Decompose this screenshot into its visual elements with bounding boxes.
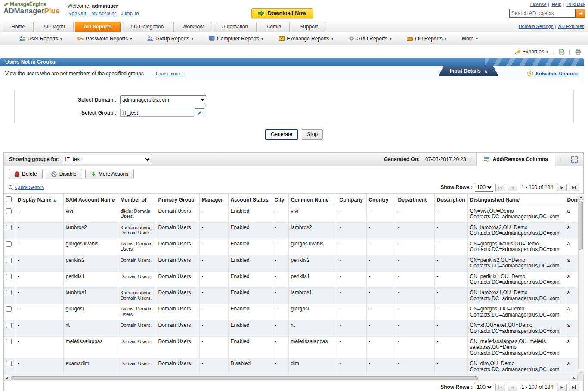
cell-city: - (272, 304, 288, 320)
domain-select[interactable]: admanagerplus.com (120, 95, 206, 104)
menu-computer-reports[interactable]: Computer Reports▾ (209, 36, 263, 42)
menu-password-reports[interactable]: Password Reports▾ (77, 36, 132, 42)
row-checkbox[interactable] (6, 241, 12, 247)
menu-gpo-reports[interactable]: GPO Reports▾ (349, 36, 392, 42)
next-page-button[interactable]: ▶ (557, 384, 567, 391)
tab-ad-mgmt[interactable]: AD Mgmt (35, 22, 74, 32)
column-header-account-status[interactable]: Account Status (228, 194, 272, 206)
chevron-down-icon: ▾ (192, 37, 194, 41)
search-go-button[interactable] (576, 9, 585, 18)
print-button[interactable] (575, 49, 581, 55)
help-link[interactable]: Help (552, 2, 562, 7)
row-checkbox[interactable] (6, 306, 12, 312)
prev-page-button[interactable]: ◀ (508, 384, 517, 391)
generate-button[interactable]: Generate (265, 129, 298, 140)
column-header-primary-group[interactable]: Primary Group (156, 194, 199, 206)
tab-automation[interactable]: Automation (214, 22, 257, 32)
delete-button[interactable]: Delete (9, 169, 43, 179)
input-details-toggle[interactable]: Input Details∧ (439, 66, 498, 76)
column-header-member-of[interactable]: Member of (118, 194, 156, 206)
column-header-display-name[interactable]: Display Name▲ (15, 194, 63, 206)
learn-more-link[interactable]: Learn more... (156, 71, 184, 76)
cell-distinguished-name: CN=periklis2,OU=Demo Contacts,DC=admanag… (467, 255, 565, 271)
row-checkbox[interactable] (6, 208, 12, 214)
edit-group-button[interactable] (195, 108, 204, 117)
show-rows-select-bottom[interactable]: 100 (475, 383, 493, 391)
menu-exchange-reports[interactable]: Exchange Reports▾ (279, 36, 333, 42)
group-input[interactable] (120, 109, 194, 117)
row-checkbox[interactable] (6, 274, 12, 279)
tab-ad-delegation[interactable]: AD Delegation (122, 22, 172, 32)
more-actions-button[interactable]: More Actions (85, 169, 134, 179)
horizontal-scrollbar[interactable]: ◀ ▶ (4, 375, 583, 381)
tab-workflow[interactable]: Workflow (173, 22, 212, 32)
report-document-button[interactable] (559, 49, 564, 55)
table-row: - giorgosl livanis; Domain Users. Domain… (4, 304, 578, 320)
domain-settings-link[interactable]: Domain Settings (519, 24, 554, 29)
prev-page-button[interactable]: ◀ (508, 184, 517, 191)
scroll-down-button[interactable]: ▼ (578, 369, 584, 375)
add-remove-columns-button[interactable]: Add/Remove Columns (476, 153, 555, 166)
scroll-left-button[interactable]: ◀ (4, 375, 10, 381)
column-header-domain[interactable]: Dom (565, 194, 578, 206)
license-link[interactable]: License (530, 2, 547, 7)
ad-explorer-link[interactable]: AD Explorer (558, 24, 584, 29)
column-header-sam-account-name[interactable]: SAM Account Name (63, 194, 118, 206)
my-account-link[interactable]: My Account (91, 11, 116, 16)
menu-more[interactable]: More▾ (462, 36, 478, 42)
menu-ou-reports[interactable]: OU Reports▾ (407, 36, 446, 42)
row-checkbox[interactable] (6, 323, 12, 328)
tab-home[interactable]: Home (3, 22, 34, 32)
talkback-link[interactable]: TalkBack (566, 2, 585, 7)
row-checkbox[interactable] (6, 339, 12, 344)
tab-admin[interactable]: Admin (258, 22, 290, 32)
column-header-company[interactable]: Company (337, 194, 366, 206)
first-page-button[interactable]: ◀ (495, 184, 505, 191)
app-logo[interactable]: ManageEngine ADManagerPlus (3, 2, 59, 16)
menu-group-reports[interactable]: Group Reports▾ (147, 36, 193, 42)
disable-button[interactable]: Disable (46, 169, 82, 179)
quick-search-link[interactable]: Quick Search (15, 185, 44, 190)
scrollbar-corner (577, 375, 583, 381)
export-as-button[interactable]: Export as▾ (515, 49, 548, 55)
column-header-country[interactable]: Country (366, 194, 396, 206)
tab-support[interactable]: Support (291, 22, 326, 32)
column-header-manager[interactable]: Manager (199, 194, 228, 206)
row-checkbox[interactable] (6, 225, 12, 230)
column-header-department[interactable]: Department (396, 194, 434, 206)
ad-search-input[interactable] (509, 9, 576, 18)
row-select-cell (4, 222, 15, 239)
vertical-scrollbar[interactable]: ▲ ▼ (578, 194, 584, 375)
last-page-button[interactable]: ▶ (569, 184, 579, 191)
row-checkbox[interactable] (6, 290, 12, 295)
horizontal-scroll-thumb[interactable] (11, 376, 478, 380)
fullscreen-button[interactable] (565, 156, 583, 163)
sign-out-link[interactable]: Sign Out (68, 11, 86, 16)
column-header-common-name[interactable]: Common Name (288, 194, 337, 206)
menu-user-reports[interactable]: User Reports▾ (19, 36, 62, 42)
column-header-description[interactable]: Description (434, 194, 467, 206)
vertical-scroll-thumb[interactable] (579, 201, 583, 250)
scroll-up-button[interactable]: ▲ (578, 194, 584, 200)
scroll-right-button[interactable]: ▶ (571, 375, 577, 381)
download-now-button[interactable]: Download Now (251, 8, 313, 18)
last-page-button[interactable]: ▶ (569, 384, 579, 391)
cell-display-name: - (15, 304, 63, 320)
row-checkbox[interactable] (6, 361, 12, 366)
schedule-reports-link[interactable]: Schedule Reports (535, 71, 578, 76)
row-checkbox[interactable] (6, 258, 12, 263)
cell-company: - (337, 271, 366, 288)
jump-to-link[interactable]: Jump To (121, 11, 139, 16)
next-page-button[interactable]: ▶ (557, 184, 567, 191)
column-header-city[interactable]: City (272, 194, 288, 206)
show-rows-select[interactable]: 100 (475, 183, 493, 192)
tab-ad-reports[interactable]: AD Reports (75, 22, 121, 32)
cell-common-name: lambros2 (288, 222, 337, 239)
row-select-cell (4, 255, 15, 271)
cell-description: - (434, 320, 467, 337)
first-page-button[interactable]: ◀ (495, 384, 505, 391)
column-header-distinguished-name[interactable]: Distinguished Name (467, 194, 565, 206)
select-all-checkbox[interactable] (6, 196, 12, 202)
showing-group-select[interactable]: IT_test (63, 155, 151, 164)
stop-button[interactable]: Stop (302, 129, 323, 140)
